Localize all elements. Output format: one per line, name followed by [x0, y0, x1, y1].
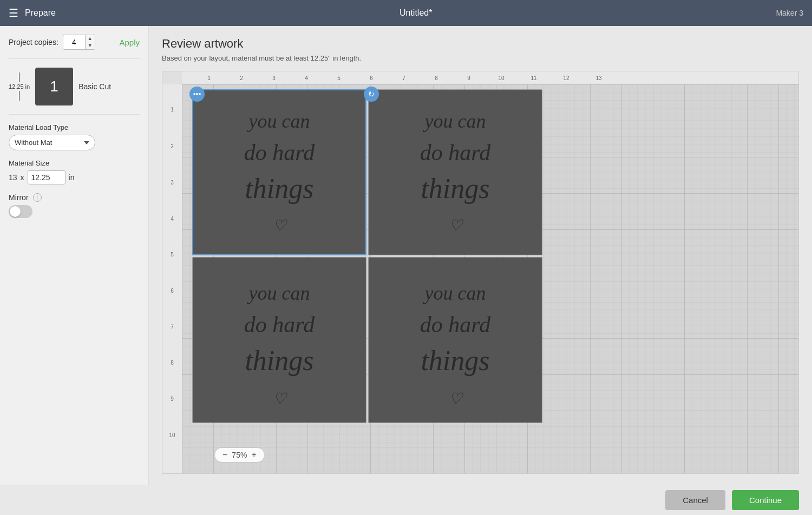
svg-text:do hard: do hard: [244, 140, 315, 165]
svg-text:3: 3: [272, 75, 276, 81]
svg-text:7: 7: [171, 324, 174, 330]
height-line-top: [19, 72, 19, 82]
main-layout: Project copies: 4 ▲ ▼ Apply 12.25 in 1: [0, 26, 812, 485]
svg-text:3: 3: [171, 180, 174, 186]
material-width-value: 13: [9, 173, 17, 182]
machine-label: Maker 3: [776, 9, 803, 17]
svg-text:5: 5: [171, 252, 174, 258]
svg-text:2: 2: [240, 75, 243, 81]
svg-text:7: 7: [402, 75, 405, 81]
review-title: Review artwork: [162, 37, 799, 51]
svg-text:11: 11: [531, 75, 537, 81]
material-height-input[interactable]: [28, 170, 66, 184]
svg-text:9: 9: [171, 396, 174, 402]
mirror-label: Mirror: [9, 193, 29, 202]
svg-text:10: 10: [169, 432, 175, 438]
svg-text:♡: ♡: [449, 390, 463, 407]
svg-text:6: 6: [370, 75, 373, 81]
svg-text:2: 2: [171, 143, 174, 149]
continue-button[interactable]: Continue: [732, 490, 799, 510]
svg-text:5: 5: [337, 75, 340, 81]
svg-text:♡: ♡: [449, 217, 463, 234]
copies-down-button[interactable]: ▼: [86, 42, 95, 49]
cancel-button[interactable]: Cancel: [665, 490, 725, 510]
svg-text:9: 9: [467, 75, 470, 81]
svg-text:do hard: do hard: [420, 140, 491, 165]
ruler-left: 1 2 3 4 5 6 7 8 9 10: [162, 84, 182, 473]
mirror-info-icon[interactable]: i: [33, 193, 42, 202]
svg-text:8: 8: [171, 360, 174, 366]
svg-text:8: 8: [435, 75, 438, 81]
svg-text:things: things: [245, 345, 313, 376]
ruler-top-svg: 1 2 3 4 5 6 7 8 9 10 11 12 13: [182, 71, 798, 84]
material-x-label: x: [21, 173, 24, 182]
svg-rect-14: [162, 84, 182, 473]
divider-2: [9, 114, 140, 115]
copies-up-button[interactable]: ▲: [86, 35, 95, 42]
bottom-bar: Cancel Continue: [0, 485, 812, 515]
svg-text:things: things: [421, 173, 489, 204]
material-load-label: Material Load Type: [9, 123, 140, 131]
zoom-level-label: 75%: [230, 451, 249, 459]
dots-icon: •••: [193, 90, 201, 98]
material-size-label: Material Size: [9, 159, 140, 167]
svg-text:1: 1: [171, 107, 174, 113]
svg-text:you can: you can: [247, 282, 310, 304]
height-line-bottom: [19, 91, 19, 101]
zoom-controls: − 75% +: [214, 447, 265, 463]
toggle-knob: [10, 206, 21, 217]
svg-text:♡: ♡: [273, 217, 287, 234]
project-copies-label: Project copies:: [9, 38, 58, 47]
mirror-row: Mirror i: [9, 193, 140, 202]
copies-input-wrap: 4 ▲ ▼: [63, 35, 95, 50]
svg-text:things: things: [245, 173, 313, 204]
rotate-button[interactable]: ↻: [364, 87, 379, 102]
review-subtitle: Based on your layout, material must be a…: [162, 54, 799, 62]
prepare-label: Prepare: [25, 8, 56, 18]
mat-thumbnail: 1: [35, 68, 73, 105]
svg-text:do hard: do hard: [244, 312, 315, 337]
svg-text:4: 4: [171, 216, 174, 222]
zoom-in-button[interactable]: +: [249, 450, 258, 460]
mirror-section: Mirror i: [9, 193, 140, 218]
mat-number: 1: [50, 78, 58, 95]
mat-name: Basic Cut: [78, 82, 111, 91]
material-unit-label: in: [69, 173, 75, 182]
topbar: ☰ Prepare Untitled* Maker 3: [0, 0, 812, 26]
content-area: Review artwork Based on your layout, mat…: [149, 26, 812, 485]
zoom-out-button[interactable]: −: [220, 450, 230, 460]
rotate-icon: ↻: [368, 90, 375, 98]
copies-input[interactable]: 4: [63, 36, 85, 49]
svg-text:10: 10: [498, 75, 505, 81]
material-load-select[interactable]: Without Mat With Mat: [9, 135, 95, 150]
ruler-top: 1 2 3 4 5 6 7 8 9 10 11 12 13: [182, 71, 798, 84]
material-size-section: Material Size 13 x in: [9, 159, 140, 184]
menu-icon[interactable]: ☰: [9, 6, 18, 19]
mat-height-label: 12.25 in: [9, 83, 30, 90]
apply-button[interactable]: Apply: [119, 38, 140, 47]
svg-text:4: 4: [305, 75, 308, 81]
svg-text:12: 12: [563, 75, 569, 81]
svg-text:you can: you can: [423, 282, 486, 304]
grid-svg: you can do hard things ♡ you can do hard…: [182, 84, 798, 473]
project-copies-section: Project copies: 4 ▲ ▼ Apply: [9, 35, 140, 50]
material-load-section: Material Load Type Without Mat With Mat: [9, 123, 140, 150]
mat-height-indicator: 12.25 in: [9, 72, 30, 101]
material-size-row: 13 x in: [9, 170, 140, 184]
svg-text:things: things: [421, 345, 489, 376]
mirror-toggle[interactable]: [9, 205, 32, 218]
drawing-area: you can do hard things ♡ you can do hard…: [182, 84, 798, 473]
mat-info-row: 12.25 in 1 Basic Cut: [9, 68, 140, 105]
divider-1: [9, 58, 140, 59]
svg-text:you can: you can: [247, 110, 310, 132]
project-title: Untitled*: [56, 8, 776, 18]
left-panel: Project copies: 4 ▲ ▼ Apply 12.25 in 1: [0, 26, 149, 485]
canvas-wrap[interactable]: 1 2 3 4 5 6 7 8 9 10 11 12 13: [162, 71, 799, 474]
svg-text:1: 1: [207, 75, 211, 81]
ruler-left-svg: 1 2 3 4 5 6 7 8 9 10: [162, 84, 182, 473]
svg-text:6: 6: [171, 288, 174, 294]
svg-text:13: 13: [595, 75, 602, 81]
selection-dots-button[interactable]: •••: [189, 87, 205, 102]
svg-text:you can: you can: [423, 110, 486, 132]
svg-text:♡: ♡: [273, 390, 287, 407]
